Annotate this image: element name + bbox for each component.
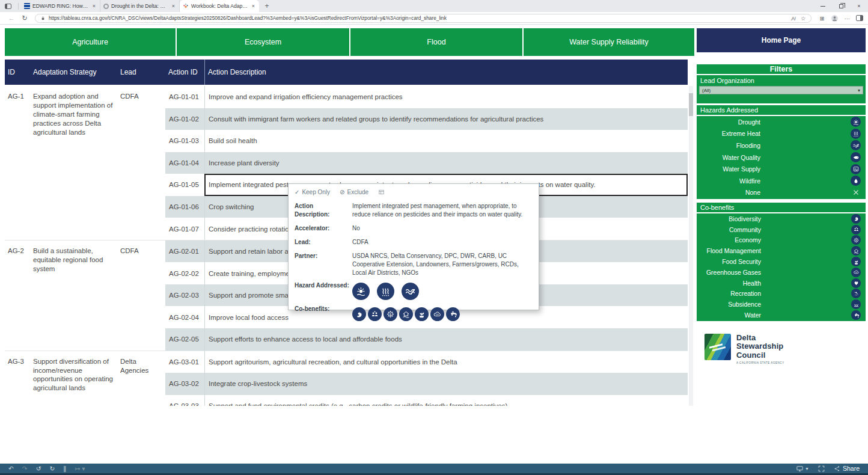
back-icon[interactable]: ← bbox=[5, 14, 18, 22]
url-text: https://tableau.cnra.ca.gov/t/CNRA_DSC/v… bbox=[49, 15, 447, 21]
col-header-id: ID bbox=[5, 68, 30, 76]
filter-label: Greenhouse Gases bbox=[701, 269, 851, 276]
strategy-lead[interactable]: CDFA bbox=[117, 86, 165, 240]
minimize-button[interactable] bbox=[814, 0, 832, 12]
co-benefits-header-label: Co-benefits bbox=[700, 204, 734, 211]
exclude-label: Exclude bbox=[347, 189, 368, 195]
filter-item-community[interactable]: Community bbox=[701, 224, 861, 235]
browser-tab-1[interactable]: EDWARD RING: How dredging th × bbox=[21, 0, 100, 12]
chevron-down-icon: ▼ bbox=[805, 467, 809, 471]
filter-item-water[interactable]: Water bbox=[701, 310, 861, 320]
action-description: Improve and expand irrigation efficiency… bbox=[204, 86, 688, 108]
filter-item-recreation[interactable]: Recreation bbox=[701, 289, 861, 299]
table-scrollbar[interactable] bbox=[689, 86, 693, 406]
scrollbar-thumb[interactable] bbox=[689, 93, 693, 116]
action-description: Build soil health bbox=[204, 130, 688, 152]
table-row[interactable]: AG-03-02Integrate crop-livestock systems bbox=[165, 373, 688, 395]
new-tab-button[interactable]: + bbox=[261, 1, 272, 11]
table-row[interactable]: AG-01-02Consult with immigrant farm work… bbox=[165, 108, 688, 130]
restore-button[interactable] bbox=[832, 0, 850, 12]
tooltip-field-label: Hazard Addressed: bbox=[295, 281, 350, 290]
tooltip-field-label: Co-benefits: bbox=[295, 305, 350, 313]
filter-item-water-supply[interactable]: Water Supply bbox=[701, 163, 861, 175]
collections-icon[interactable]: ⊞ bbox=[820, 15, 825, 22]
device-layout-button[interactable]: ▼ bbox=[796, 465, 809, 473]
url-input[interactable]: https://tableau.cnra.ca.gov/t/CNRA_DSC/v… bbox=[35, 14, 811, 23]
undo-icon[interactable]: ↶ bbox=[8, 465, 14, 472]
tab-ecosystem[interactable]: Ecosystem bbox=[177, 28, 349, 56]
strategy-id[interactable]: AG-1 bbox=[5, 86, 30, 240]
filter-item-drought[interactable]: Drought bbox=[701, 116, 861, 128]
filter-item-subsidence[interactable]: Subsidence bbox=[701, 299, 861, 310]
action-description: Integrate crop-livestock systems bbox=[204, 373, 688, 395]
close-tab-icon[interactable]: × bbox=[171, 3, 176, 9]
filter-item-water-quality[interactable]: Water Quality bbox=[701, 152, 861, 164]
delta-stewardship-council-logo: Delta Stewardship Council A CALIFORNIA S… bbox=[704, 334, 784, 364]
close-button[interactable]: × bbox=[850, 0, 868, 12]
profile-avatar[interactable] bbox=[831, 14, 839, 22]
view-data-icon[interactable] bbox=[378, 189, 385, 195]
strategy-id[interactable]: AG-2 bbox=[5, 241, 30, 351]
close-tab-icon[interactable]: × bbox=[251, 3, 256, 9]
table-row[interactable]: AG-03-03Support and fund environmental c… bbox=[165, 395, 688, 406]
browser-tab-active[interactable]: Workbook: Delta Adapts Strategi × bbox=[180, 0, 259, 12]
filter-item-extreme-heat[interactable]: Extreme Heat bbox=[701, 128, 861, 140]
share-icon bbox=[834, 465, 840, 472]
lead-organization-dropdown[interactable]: (All) ▾ bbox=[699, 86, 863, 94]
strategy-lead[interactable]: CDFA bbox=[117, 241, 165, 351]
table-row[interactable]: AG-01-04Increase plant diversity bbox=[165, 152, 688, 174]
table-row[interactable]: AG-01-01Improve and expand irrigation ef… bbox=[165, 86, 688, 108]
tab-agriculture[interactable]: Agriculture bbox=[5, 28, 176, 56]
strategy-text[interactable]: Expand adoption and support implementati… bbox=[30, 86, 117, 240]
refresh-data-icon[interactable]: ↻ bbox=[49, 465, 55, 472]
filter-item-flooding[interactable]: Flooding bbox=[701, 139, 861, 152]
filter-item-greenhouse-gases[interactable]: Greenhouse Gases bbox=[701, 267, 861, 278]
filter-item-wildfire[interactable]: Wildfire bbox=[701, 175, 861, 187]
read-aloud-icon[interactable]: Aᵎ bbox=[791, 15, 796, 22]
table-row[interactable]: AG-01-03Build soil health bbox=[165, 130, 688, 152]
table-row[interactable]: AG-02-05Support efforts to enhance acces… bbox=[165, 328, 688, 351]
keep-only-label: Keep Only bbox=[302, 189, 330, 195]
strategy-text[interactable]: Build a sustainable, equitable regional … bbox=[30, 241, 117, 351]
tab-flood[interactable]: Flood bbox=[350, 28, 522, 56]
filter-item-food-security[interactable]: Food Security bbox=[701, 256, 861, 267]
filter-label: Wildfire bbox=[701, 177, 851, 185]
strategy-id[interactable]: AG-3 bbox=[5, 351, 30, 406]
strategy-lead[interactable]: Delta Agencies bbox=[117, 351, 165, 406]
logo-line: Council bbox=[736, 351, 784, 360]
filter-item-economy[interactable]: Economy bbox=[701, 235, 861, 246]
revert-icon[interactable]: ↺ bbox=[36, 465, 41, 472]
redo-icon[interactable]: ↷ bbox=[22, 465, 28, 472]
pause-updates-icon[interactable]: ∥ bbox=[63, 465, 66, 472]
water-supply-icon bbox=[851, 164, 861, 174]
water-icon bbox=[446, 307, 460, 321]
filter-label: None bbox=[701, 189, 851, 196]
extreme-heat-icon bbox=[377, 283, 394, 300]
close-tab-icon[interactable]: × bbox=[91, 3, 97, 9]
keep-only-button[interactable]: ✓ Keep Only bbox=[295, 189, 330, 195]
refresh-icon[interactable]: ↻ bbox=[18, 14, 31, 22]
tab-water-supply-reliability[interactable]: Water Supply Reliability bbox=[524, 28, 694, 56]
exclude-button[interactable]: ⊘ Exclude bbox=[340, 189, 368, 195]
filter-item-biodiversity[interactable]: Biodiversity bbox=[701, 213, 861, 224]
home-page-button[interactable]: Home Page bbox=[697, 28, 866, 52]
share-button[interactable]: Share bbox=[834, 465, 860, 472]
recreation-icon bbox=[851, 289, 861, 298]
fullscreen-icon[interactable] bbox=[818, 465, 825, 473]
logo-mark bbox=[704, 334, 731, 360]
forward-icon[interactable]: ↦ ▾ bbox=[75, 465, 85, 472]
extreme-heat-icon bbox=[851, 129, 861, 139]
action-id: AG-02-03 bbox=[165, 284, 204, 307]
sidebar-toggle-icon[interactable] bbox=[856, 15, 863, 21]
tab-actions-menu-icon[interactable] bbox=[0, 0, 16, 12]
tooltip-field-value: CDFA bbox=[350, 238, 533, 247]
filter-item-none[interactable]: None bbox=[701, 187, 861, 199]
favorite-star-icon[interactable]: ☆ bbox=[801, 15, 806, 22]
filter-item-flood-management[interactable]: Flood Management bbox=[701, 245, 861, 256]
more-menu-icon[interactable]: ··· bbox=[845, 15, 851, 22]
strategy-text[interactable]: Support diversification of income/revenu… bbox=[30, 351, 117, 406]
food-security-icon bbox=[415, 307, 429, 321]
browser-tab-2[interactable]: Drought in the Delta: Socio-Ecolo × bbox=[100, 0, 180, 12]
table-row[interactable]: AG-03-01Support agritourism, agricultura… bbox=[165, 351, 688, 373]
filter-item-health[interactable]: Health bbox=[701, 278, 861, 289]
